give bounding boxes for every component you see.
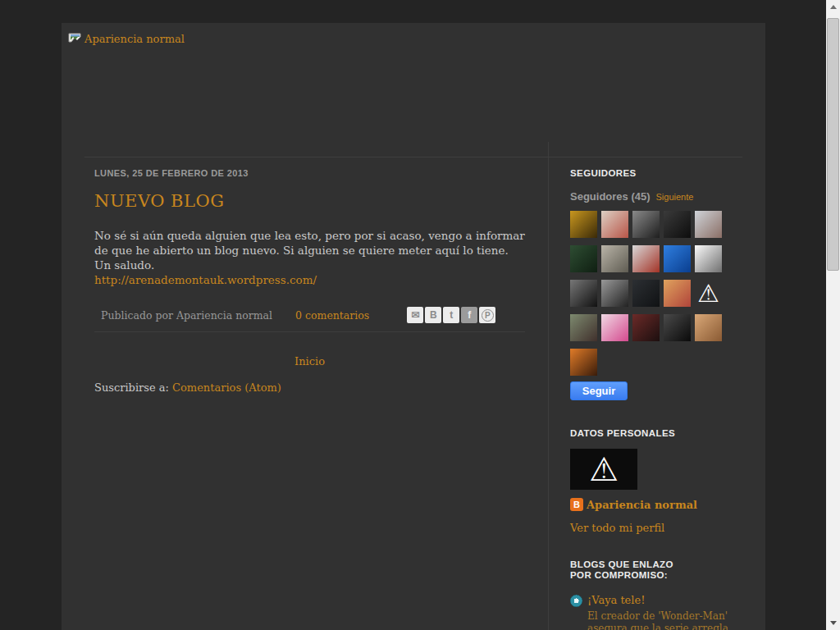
follower-avatar[interactable]: [664, 211, 691, 238]
follower-avatar[interactable]: [664, 280, 691, 307]
blogroll-item: ¡Vaya tele! El creador de 'Wonder-Man' a…: [570, 594, 722, 630]
follower-avatar[interactable]: [570, 211, 597, 238]
subscribe-comments-link[interactable]: Comentarios (Atom): [172, 381, 281, 394]
comments-link[interactable]: 0 comentarios: [295, 309, 369, 322]
follower-avatar[interactable]: [601, 280, 628, 307]
blogroll-snippet[interactable]: El creador de 'Wonder-Man' asegura que l…: [587, 610, 728, 630]
followers-grid: ⚠: [570, 211, 726, 376]
scrollbar-up-arrow[interactable]: [826, 0, 840, 14]
follower-avatar[interactable]: [632, 211, 660, 238]
header-divider: [84, 157, 742, 158]
post-title[interactable]: NUEVO BLOG: [94, 191, 525, 211]
follower-avatar[interactable]: [664, 314, 691, 341]
sidebar: SEGUIDORES Seguidores (45) Siguiente ⚠ S…: [570, 142, 722, 630]
post-column: LUNES, 25 DE FEBRERO DE 2013 NUEVO BLOG …: [94, 142, 525, 630]
subscribe-label: Suscribirse a:: [94, 381, 169, 394]
blog-title-link[interactable]: Apariencia normal: [68, 33, 185, 45]
post-footer: Publicado por Apariencia normal 0 coment…: [94, 307, 525, 323]
blogroll-widget-title: BLOGS QUE ENLAZO POR COMPROMISO:: [570, 559, 693, 581]
blog-page-surface: Apariencia normal LUNES, 25 DE FEBRERO D…: [62, 23, 765, 630]
post-body: No sé si aún queda alguien que lea esto,…: [94, 228, 525, 272]
followers-widget: SEGUIDORES Seguidores (45) Siguiente ⚠ S…: [570, 168, 722, 400]
follow-button[interactable]: Seguir: [570, 381, 628, 400]
follower-avatar[interactable]: [664, 245, 691, 272]
blogger-icon: B: [570, 498, 583, 511]
blogroll-widget: BLOGS QUE ENLAZO POR COMPROMISO: ¡Vaya t…: [570, 559, 722, 630]
warning-triangle-icon: ⚠: [697, 280, 719, 307]
blog-header: Apariencia normal: [62, 23, 765, 142]
scrollbar-thumb[interactable]: [827, 18, 839, 271]
follower-avatar[interactable]: [601, 314, 628, 341]
follower-avatar[interactable]: [570, 314, 597, 341]
scrollbar-down-arrow[interactable]: [826, 616, 840, 630]
follower-avatar[interactable]: [570, 280, 597, 307]
follower-avatar[interactable]: [695, 314, 722, 341]
blogroll-site-link[interactable]: ¡Vaya tele!: [587, 594, 645, 606]
share-email-icon[interactable]: ✉: [407, 307, 423, 323]
vertical-scrollbar[interactable]: [826, 0, 840, 630]
share-buttons: ✉ B t f P: [407, 307, 495, 323]
blog-title-alt-text: Apariencia normal: [84, 33, 185, 45]
share-pinterest-icon[interactable]: P: [479, 307, 495, 323]
warning-triangle-icon: ⚠: [589, 449, 619, 490]
follower-avatar[interactable]: [570, 245, 597, 272]
blogroll-favicon-icon: [570, 595, 582, 607]
share-facebook-icon[interactable]: f: [461, 307, 477, 323]
followers-widget-title: SEGUIDORES: [570, 168, 722, 179]
follower-avatar[interactable]: [601, 245, 628, 272]
profile-broken-image[interactable]: ⚠: [570, 449, 637, 490]
view-profile-link[interactable]: Ver todo mi perfil: [570, 522, 664, 534]
followers-next-link[interactable]: Siguiente: [656, 192, 694, 202]
column-divider: [548, 142, 549, 630]
profile-name-link[interactable]: Apariencia normal: [587, 499, 697, 511]
follower-avatar-broken[interactable]: ⚠: [695, 280, 722, 307]
follower-avatar[interactable]: [601, 211, 628, 238]
follower-avatar[interactable]: [570, 349, 597, 376]
profile-widget: DATOS PERSONALES ⚠ B Apariencia normal V…: [570, 428, 722, 534]
follower-avatar[interactable]: [632, 314, 660, 341]
broken-image-icon: [68, 33, 83, 45]
follower-avatar[interactable]: [695, 245, 722, 272]
share-blogthis-icon[interactable]: B: [425, 307, 441, 323]
follower-avatar[interactable]: [695, 211, 722, 238]
subscribe-row: Suscribirse a: Comentarios (Atom): [94, 381, 525, 394]
post-external-link[interactable]: http://arenademontauk.wordpress.com/: [94, 272, 317, 287]
followers-count: Seguidores (45): [570, 190, 651, 203]
share-twitter-icon[interactable]: t: [443, 307, 459, 323]
follower-avatar[interactable]: [632, 280, 660, 307]
follower-avatar[interactable]: [632, 245, 660, 272]
home-link[interactable]: Inicio: [294, 355, 325, 368]
published-by-text: Publicado por Apariencia normal: [101, 309, 272, 322]
post-footer-divider: [94, 331, 525, 332]
post-date-header: LUNES, 25 DE FEBRERO DE 2013: [94, 168, 525, 178]
profile-widget-title: DATOS PERSONALES: [570, 428, 722, 439]
